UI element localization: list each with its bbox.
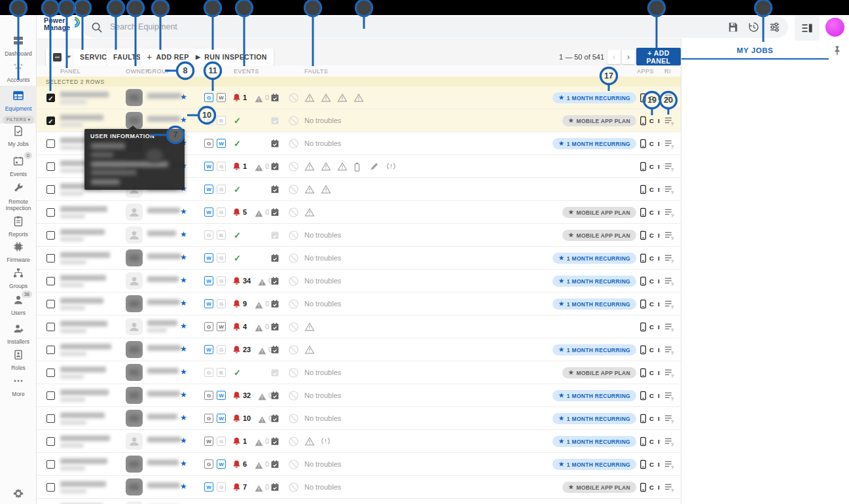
user-avatar[interactable] <box>825 18 844 37</box>
table-row[interactable]: ★GW100No troubles★1 MONTH RECURRINGCI? <box>37 407 681 430</box>
inspection-calendar-icon[interactable] <box>270 322 280 334</box>
sidebar-item-equipment[interactable]: EquipmentFILTERS ▾ <box>0 86 37 124</box>
row-checkbox[interactable] <box>46 300 55 308</box>
owner-avatar[interactable] <box>126 501 143 504</box>
owner-avatar[interactable] <box>126 364 143 381</box>
inspection-calendar-icon[interactable] <box>270 139 280 151</box>
favorite-star-icon[interactable]: ★ <box>180 253 187 261</box>
favorite-star-icon[interactable]: ★ <box>180 391 187 399</box>
owner-avatar[interactable] <box>126 295 143 312</box>
owner-avatar[interactable] <box>126 478 143 495</box>
inspection-calendar-icon[interactable] <box>270 230 280 242</box>
row-checkbox[interactable] <box>46 254 55 262</box>
ri-status-icon[interactable]: ? <box>664 437 675 450</box>
ri-status-icon[interactable]: ? <box>664 482 675 495</box>
row-checkbox[interactable] <box>46 414 55 423</box>
inspection-calendar-icon[interactable] <box>270 162 280 173</box>
ri-status-icon[interactable]: ? <box>664 414 675 427</box>
row-checkbox[interactable]: ✓ <box>46 117 55 125</box>
sidebar-item-reports[interactable]: Reports <box>0 215 37 238</box>
inspection-calendar-icon[interactable] <box>270 414 280 425</box>
row-checkbox[interactable] <box>46 323 55 331</box>
favorite-star-icon[interactable]: ★ <box>180 345 187 353</box>
table-row[interactable]: ★WG340No troubles★1 MONTH RECURRINGCI? <box>37 270 681 293</box>
favorite-star-icon[interactable]: ★ <box>180 322 187 330</box>
owner-avatar[interactable] <box>126 226 143 243</box>
sidebar-item-more[interactable]: More <box>0 375 37 397</box>
inspection-calendar-icon[interactable] <box>270 459 280 471</box>
favorite-star-icon[interactable]: ★ <box>180 276 187 284</box>
table-row[interactable]: ✓★GW10★1 MONTH RECURRINGCI? <box>37 86 681 109</box>
favorite-star-icon[interactable]: ★ <box>180 414 187 422</box>
sidebar-item-users[interactable]: 38Users <box>0 294 37 316</box>
ri-status-icon[interactable]: ? <box>664 93 675 106</box>
owner-avatar[interactable] <box>126 249 143 266</box>
owner-avatar[interactable] <box>126 318 143 335</box>
favorite-star-icon[interactable]: ★ <box>180 459 187 467</box>
table-row[interactable]: ★WG✓No troubles★MOBILE APP PLANCI? <box>37 499 681 504</box>
row-checkbox[interactable] <box>46 231 55 240</box>
column-header-owner[interactable]: OWNER <box>126 68 150 75</box>
ri-status-icon[interactable]: ? <box>664 459 675 473</box>
inspection-calendar-icon[interactable] <box>270 299 280 311</box>
favorite-star-icon[interactable]: ★ <box>180 482 187 490</box>
side-panel-toggle-button[interactable] <box>795 16 820 41</box>
column-header-apps[interactable]: APPS <box>637 68 654 75</box>
table-row[interactable]: ★WG50★MOBILE APP PLANCI? <box>37 201 681 224</box>
add-panel-button[interactable]: + ADD PANEL <box>636 48 681 65</box>
inspection-calendar-icon[interactable] <box>270 345 280 357</box>
pin-icon[interactable] <box>832 45 844 57</box>
search-bar[interactable]: Search Equipment <box>82 16 788 38</box>
row-checkbox[interactable] <box>46 437 55 446</box>
row-checkbox[interactable] <box>46 162 55 171</box>
column-header-panel[interactable]: PANEL <box>60 68 81 75</box>
ri-status-icon[interactable]: ? <box>664 368 675 381</box>
table-row[interactable]: ★GB✓No troubles★MOBILE APP PLANCI? <box>37 224 681 247</box>
sidebar-item-events[interactable]: 0Events <box>0 155 37 177</box>
ri-status-icon[interactable]: ? <box>664 345 675 358</box>
sidebar-item-remote-inspection[interactable]: Remote Inspection <box>0 183 37 211</box>
inspection-calendar-icon[interactable] <box>270 276 280 288</box>
favorite-star-icon[interactable]: ★ <box>180 299 187 307</box>
favorite-star-icon[interactable]: ★ <box>180 207 187 215</box>
row-checkbox[interactable] <box>46 460 55 469</box>
inspection-calendar-icon[interactable] <box>270 482 280 494</box>
owner-avatar[interactable] <box>126 272 143 289</box>
inspection-calendar-icon[interactable] <box>270 437 280 448</box>
sidebar-item-installers[interactable]: Installers <box>0 323 37 345</box>
inspection-calendar-icon[interactable] <box>270 368 280 380</box>
column-header-faults[interactable]: FAULTS <box>304 68 328 75</box>
table-row[interactable]: ★GW40CI? <box>37 315 681 338</box>
row-checkbox[interactable] <box>46 346 55 354</box>
sidebar-item-groups[interactable]: Groups <box>0 267 37 289</box>
row-checkbox[interactable] <box>46 391 55 400</box>
history-icon[interactable] <box>748 21 761 34</box>
search-input[interactable]: Search Equipment <box>110 22 177 31</box>
inspection-calendar-icon[interactable] <box>270 253 280 265</box>
owner-avatar[interactable] <box>126 410 143 427</box>
ri-status-icon[interactable]: ? <box>664 185 675 198</box>
ri-status-icon[interactable]: ? <box>664 207 675 221</box>
favorite-star-icon[interactable]: ★ <box>180 93 187 101</box>
column-header-group[interactable]: GROUP <box>147 68 171 75</box>
row-checkbox[interactable] <box>46 369 55 377</box>
table-row[interactable]: ★GW60No troubles★1 MONTH RECURRINGCI? <box>37 453 681 476</box>
table-row[interactable]: ★WG70No troubles★MOBILE APP PLANCI? <box>37 476 681 499</box>
row-checkbox[interactable] <box>46 277 55 285</box>
inspection-calendar-icon[interactable] <box>270 391 280 403</box>
owner-avatar[interactable] <box>126 89 143 106</box>
table-row[interactable]: ★WG10★1 MONTH RECURRINGCI? <box>37 430 681 453</box>
inspection-calendar-icon[interactable] <box>270 207 280 219</box>
run-inspection-button[interactable]: ▶ RUN INSPECTION <box>189 48 274 65</box>
sidebar-item-accounts[interactable]: Accounts <box>0 61 37 83</box>
ri-status-icon[interactable]: ? <box>664 391 675 404</box>
owner-avatar[interactable] <box>126 204 143 221</box>
ri-status-icon[interactable]: ? <box>664 276 675 289</box>
next-page-button[interactable]: › <box>622 50 635 64</box>
ri-status-icon[interactable]: ? <box>664 230 675 243</box>
sidebar-item-firmware[interactable]: Firmware <box>0 241 37 263</box>
owner-avatar[interactable] <box>126 341 143 358</box>
ri-status-icon[interactable]: ? <box>664 253 675 266</box>
ri-status-icon[interactable]: ? <box>664 162 675 175</box>
sidebar-item-my-jobs[interactable]: My Jobs <box>0 125 37 147</box>
